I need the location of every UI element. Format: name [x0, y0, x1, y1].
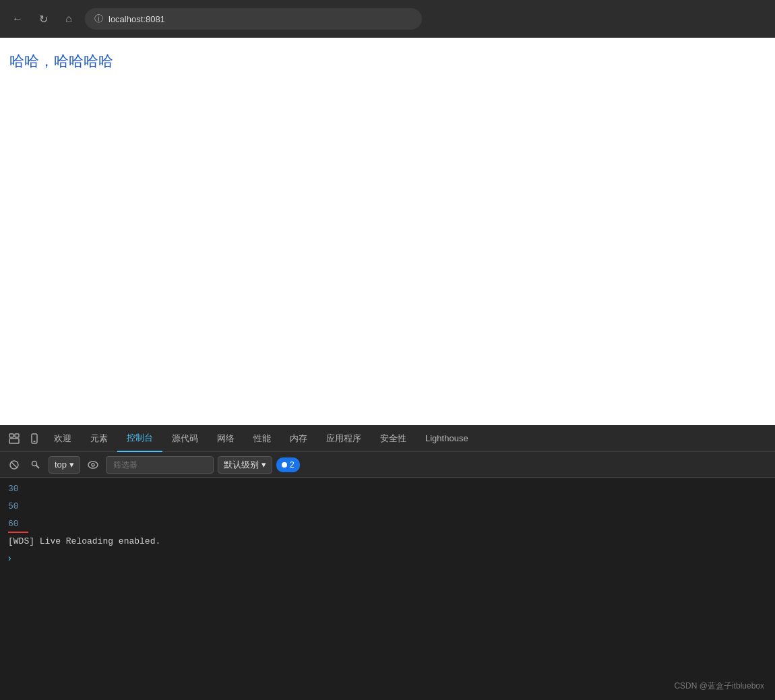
home-button[interactable]: ⌂ [59, 9, 78, 28]
svg-rect-0 [9, 434, 13, 437]
devtools-toolbar: top ▾ 默认级别 ▾ 2 [0, 452, 775, 478]
clear-console-button[interactable] [5, 456, 23, 474]
level-selector[interactable]: 默认级别 ▾ [218, 456, 272, 474]
svg-point-7 [32, 461, 37, 466]
context-selector[interactable]: top ▾ [49, 456, 80, 474]
svg-line-8 [36, 465, 40, 468]
webpage-content: 哈哈，哈哈哈哈 [0, 38, 775, 425]
tab-lighthouse[interactable]: Lighthouse [416, 425, 478, 452]
console-number-2: 50 [8, 500, 28, 513]
device-mode-button[interactable] [24, 428, 44, 449]
devtools-panel: 欢迎 元素 控制台 源代码 网络 性能 内存 应用程序 安全性 Lighthou… [0, 425, 775, 700]
tab-security[interactable]: 安全性 [371, 425, 416, 452]
back-button[interactable]: ← [8, 9, 27, 28]
webpage-title: 哈哈，哈哈哈哈 [9, 51, 766, 71]
svg-rect-4 [34, 441, 36, 442]
svg-point-10 [92, 464, 94, 466]
refresh-button[interactable]: ↻ [34, 9, 53, 28]
inspect-element-button[interactable] [4, 428, 24, 449]
console-wds-message: [WDS] Live Reloading enabled. [8, 535, 160, 548]
address-bar[interactable]: ⓘ localhost:8081 [85, 8, 422, 30]
eye-button[interactable] [84, 456, 102, 474]
console-line-2: 50 [0, 498, 775, 515]
console-line-1: 30 [0, 480, 775, 498]
context-chevron: ▾ [69, 459, 74, 470]
browser-bar: ← ↻ ⌂ ⓘ localhost:8081 [0, 0, 775, 38]
level-chevron: ▾ [261, 459, 266, 470]
filter-input[interactable] [106, 456, 214, 474]
tab-elements[interactable]: 元素 [81, 425, 117, 452]
tab-memory[interactable]: 内存 [280, 425, 317, 452]
tab-network[interactable]: 网络 [208, 425, 244, 452]
console-line-3-wrapper: 60 [0, 515, 775, 533]
filter-button[interactable] [27, 456, 44, 474]
svg-rect-1 [15, 434, 19, 437]
svg-line-6 [11, 462, 17, 468]
error-count: 2 [290, 460, 294, 470]
console-caret: › [8, 552, 11, 563]
context-value: top [55, 459, 67, 470]
console-line-wds: [WDS] Live Reloading enabled. [0, 533, 775, 550]
tab-performance[interactable]: 性能 [244, 425, 280, 452]
console-line-3: 60 [0, 515, 775, 533]
watermark-text: CSDN @蓝盒子itbluebox [674, 681, 764, 691]
level-value: 默认级别 [224, 459, 259, 471]
console-number-3: 60 [8, 517, 28, 531]
devtools-tab-bar: 欢迎 元素 控制台 源代码 网络 性能 内存 应用程序 安全性 Lighthou… [0, 425, 775, 452]
watermark: CSDN @蓝盒子itbluebox [674, 680, 764, 692]
svg-point-9 [88, 462, 98, 468]
tab-welcome[interactable]: 欢迎 [44, 425, 81, 452]
tab-console[interactable]: 控制台 [117, 425, 162, 452]
tab-application[interactable]: 应用程序 [317, 425, 371, 452]
svg-rect-2 [9, 439, 19, 443]
console-number-1: 30 [8, 482, 28, 496]
console-input-line[interactable]: › [0, 550, 775, 565]
error-badge[interactable]: 2 [276, 457, 300, 472]
info-icon: ⓘ [94, 13, 103, 25]
url-text: localhost:8081 [108, 14, 165, 24]
console-output: 30 50 60 [WDS] Live Reloading enabled. › [0, 478, 775, 700]
error-dot [282, 462, 287, 468]
tab-sources[interactable]: 源代码 [162, 425, 208, 452]
